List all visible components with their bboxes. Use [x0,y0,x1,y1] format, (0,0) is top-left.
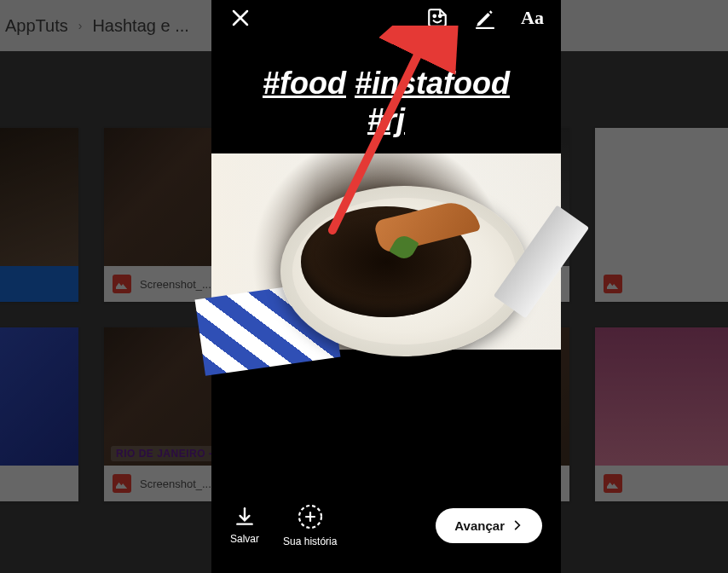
gallery-thumb[interactable] [595,128,728,302]
breadcrumb-page[interactable]: Hashtag e ... [92,16,188,36]
image-icon [604,474,622,493]
hashtag-overlay[interactable]: #food #instafood #rj [211,36,561,153]
hashtag-2: #instafood [355,66,510,101]
hashtag-1: #food [263,66,346,101]
thumb-label: Screenshot_... [140,478,211,490]
editor-toolbar: Aa [211,0,561,36]
save-button[interactable]: Salvar [230,506,259,545]
advance-button[interactable]: Avançar [436,508,542,543]
your-story-button[interactable]: Sua história [283,503,337,547]
text-tool-button[interactable]: Aa [521,7,544,29]
image-icon [113,474,131,493]
story-photo[interactable] [211,153,561,350]
editor-bottom-bar: Salvar Sua história Avançar [211,489,561,573]
hashtag-3: #rj [367,102,405,137]
draw-icon[interactable] [473,6,497,30]
story-editor: Aa #food #instafood #rj Salvar [211,0,561,573]
chevron-right-icon: › [78,19,83,32]
your-story-label: Sua história [283,535,337,547]
image-icon [604,275,622,293]
close-button[interactable] [228,6,252,30]
sticker-icon[interactable] [425,6,449,30]
advance-label: Avançar [454,518,505,533]
save-label: Salvar [230,533,259,545]
breadcrumb-site[interactable]: AppTuts [5,16,68,36]
gallery-thumb[interactable] [595,327,728,501]
svg-rect-4 [476,27,494,29]
svg-point-2 [434,15,436,18]
thumb-label: Screenshot_... [140,278,211,291]
gallery-thumb[interactable]: 201... [0,128,78,302]
gallery-thumb[interactable]: 201... [0,327,78,501]
image-icon [113,275,131,293]
